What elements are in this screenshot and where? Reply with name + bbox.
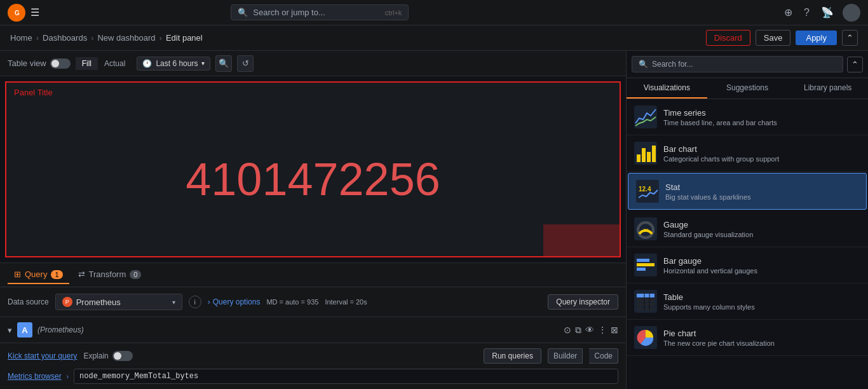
metrics-query-input[interactable] (74, 369, 618, 384)
svg-rect-4 (637, 154, 641, 162)
time-range-picker[interactable]: 🕐 Last 6 hours ▾ (137, 57, 210, 71)
actual-button[interactable]: Actual (98, 57, 132, 70)
fill-button[interactable]: Fill (76, 57, 98, 70)
query-remove-icon[interactable]: ⊠ (611, 325, 618, 336)
query-info-icon[interactable]: ⊙ (564, 325, 571, 336)
viz-item-bar-chart[interactable]: Bar chart Categorical charts with group … (627, 135, 868, 172)
apply-button[interactable]: Apply (796, 31, 837, 45)
time-series-desc: Time based line, area and bar charts (663, 119, 777, 126)
svg-rect-21 (637, 308, 654, 310)
breadcrumb-bar: Home › Dashboards › New dashboard › Edit… (0, 25, 868, 51)
pie-chart-icon (634, 326, 657, 349)
tab-query[interactable]: ⊞ Query 1 (8, 266, 69, 284)
discard-button[interactable]: Discard (706, 30, 750, 46)
viz-item-table[interactable]: Table Supports many column styles (627, 283, 868, 320)
svg-text:G: G (15, 10, 20, 17)
svg-rect-14 (637, 259, 649, 262)
tab-library-panels[interactable]: Library panels (787, 78, 868, 99)
breadcrumb-sep-1: › (36, 33, 39, 43)
query-row-chevron[interactable]: ▾ (8, 325, 12, 335)
add-panel-button[interactable]: ⊕ (782, 4, 795, 21)
bar-chart-text: Bar chart Categorical charts with group … (663, 144, 779, 163)
breadcrumb-dashboards[interactable]: Dashboards (43, 33, 87, 43)
query-copy-icon[interactable]: ⧉ (575, 325, 581, 336)
chevron-down-icon: ▾ (201, 60, 205, 67)
table-view-switch[interactable] (50, 58, 71, 69)
save-button[interactable]: Save (756, 30, 791, 46)
svg-rect-20 (637, 303, 654, 306)
viz-item-stat[interactable]: 12.4 Stat Big stat values & sparklines (628, 173, 867, 210)
tab-transform[interactable]: ⇄ Transform 0 (72, 266, 148, 284)
stat-icon: 12.4 (636, 180, 659, 203)
clock-icon: 🕐 (142, 59, 152, 68)
pie-chart-name: Pie chart (663, 329, 775, 338)
library-panels-tab-label: Library panels (804, 83, 851, 92)
help-icon[interactable]: ? (801, 4, 812, 21)
gauge-icon: 79 (634, 217, 657, 240)
table-icon (634, 290, 657, 313)
code-button[interactable]: Code (589, 348, 618, 364)
user-avatar-icon[interactable] (843, 4, 860, 22)
rss-icon[interactable]: 📡 (818, 4, 836, 21)
collapse-panel-button[interactable]: ⌃ (842, 30, 858, 46)
svg-text:12.4: 12.4 (639, 186, 651, 193)
panel-canvas: Panel Title 4101472256 (5, 81, 621, 257)
query-more-icon[interactable]: ⋮ (598, 325, 607, 336)
viz-item-time-series[interactable]: Time series Time based line, area and ba… (627, 99, 868, 135)
hamburger-menu-icon[interactable]: ☰ (31, 6, 39, 18)
table-text: Table Supports many column styles (663, 292, 755, 311)
chevron-down-icon: ▾ (172, 299, 175, 306)
data-source-select[interactable]: P Prometheus ▾ (55, 294, 182, 310)
tab-suggestions[interactable]: Suggestions (707, 78, 788, 99)
zoom-out-icon[interactable]: 🔍 (215, 55, 232, 72)
viz-search-input[interactable]: 🔍 Search for... (632, 56, 843, 72)
fill-actual-toggle: Fill Actual (76, 57, 132, 70)
explain-switch[interactable] (112, 351, 133, 361)
pie-chart-desc: The new core pie chart visualization (663, 339, 775, 347)
metrics-chevron-icon: › (67, 373, 69, 380)
kick-start-button[interactable]: Kick start your query (8, 351, 77, 360)
panel-toolbar: Table view Fill Actual 🕐 Last 6 hours ▾ … (0, 51, 626, 76)
visualizations-tab-label: Visualizations (644, 83, 690, 92)
svg-rect-16 (637, 268, 646, 271)
datasource-info-icon[interactable]: i (189, 296, 201, 308)
viz-item-bar-gauge[interactable]: Bar gauge Horizontal and vertical gauges (627, 247, 868, 283)
global-search-bar[interactable]: 🔍 Search or jump to... ctrl+k (231, 4, 409, 20)
search-shortcut: ctrl+k (385, 9, 402, 17)
query-hide-icon[interactable]: 👁 (585, 325, 594, 336)
query-meta: MD = auto = 935 (266, 298, 318, 306)
refresh-icon[interactable]: ↺ (237, 55, 254, 72)
search-placeholder: Search or jump to... (253, 8, 325, 17)
builder-button[interactable]: Builder (548, 348, 583, 364)
prometheus-icon: P (62, 297, 72, 307)
viz-tabs: Visualizations Suggestions Library panel… (627, 78, 868, 99)
panel-value: 4101472256 (6, 102, 620, 256)
breadcrumb-new-dashboard[interactable]: New dashboard (97, 33, 155, 43)
viz-item-gauge[interactable]: 79 Gauge Standard gauge visualization (627, 211, 868, 247)
table-view-toggle[interactable]: Table view (8, 58, 71, 69)
top-navigation: G ☰ 🔍 Search or jump to... ctrl+k ⊕ ? 📡 (0, 0, 868, 25)
svg-rect-18 (637, 294, 654, 297)
query-section: ⊞ Query 1 ⇄ Transform 0 Data source P Pr… (0, 263, 626, 389)
time-range-label: Last 6 hours (156, 59, 198, 68)
table-name: Table (663, 292, 755, 302)
breadcrumb-sep-3: › (159, 33, 162, 43)
search-icon: 🔍 (238, 8, 248, 17)
tab-visualizations[interactable]: Visualizations (627, 78, 707, 99)
transform-icon: ⇄ (78, 270, 85, 279)
query-row-a: ▾ A (Prometheus) ⊙ ⧉ 👁 ⋮ ⊠ (0, 317, 626, 343)
run-queries-button[interactable]: Run queries (484, 348, 541, 364)
metrics-browser-link[interactable]: Metrics browser (8, 372, 62, 381)
interval-meta: Interval = 20s (325, 298, 367, 306)
data-source-label: Data source (8, 297, 49, 306)
right-panel-collapse-button[interactable]: ⌃ (847, 57, 863, 72)
datasource-name: Prometheus (76, 297, 121, 307)
suggestions-tab-label: Suggestions (726, 83, 768, 92)
bar-gauge-desc: Horizontal and vertical gauges (663, 267, 757, 275)
query-count-badge: 1 (51, 270, 62, 279)
query-inspector-button[interactable]: Query inspector (548, 294, 618, 310)
metrics-row: Metrics browser › (0, 369, 626, 389)
viz-item-pie-chart[interactable]: Pie chart The new core pie chart visuali… (627, 320, 868, 356)
breadcrumb-home[interactable]: Home (10, 33, 32, 43)
query-options-expand[interactable]: › Query options (208, 297, 261, 306)
